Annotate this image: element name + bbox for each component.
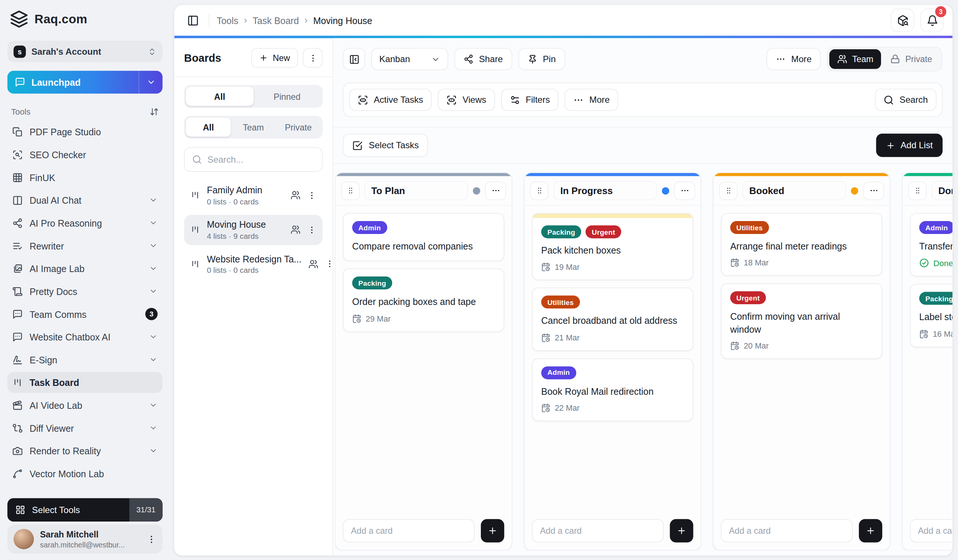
sidebar-item-ai-image-lab[interactable]: AI Image Lab: [7, 258, 163, 279]
tag-urgent: Urgent: [730, 291, 766, 304]
column-accent-bar: [336, 173, 512, 176]
column-title[interactable]: Booked: [742, 181, 846, 200]
boards-panel: Boards New AllPinned AllTeamPrivate: [174, 38, 333, 555]
sidebar-item-ai-pro-reasoning[interactable]: AI Pro Reasoning: [7, 213, 163, 233]
tab-all[interactable]: All: [186, 87, 253, 106]
column-cards: Utilities Arrange final meter readings 1…: [714, 206, 890, 512]
column-drag-handle[interactable]: [341, 181, 360, 200]
column-title[interactable]: Done: [931, 181, 952, 200]
sidebar-item-pretty-docs[interactable]: Pretty Docs: [7, 281, 163, 302]
sidebar-item-finuk[interactable]: FinUK: [7, 167, 163, 188]
add-card-input[interactable]: [532, 519, 663, 543]
column-menu-button[interactable]: [674, 181, 695, 200]
brand-logo[interactable]: Raq.com: [10, 10, 160, 29]
view-mode-select[interactable]: Kanban: [371, 48, 448, 70]
launchpad-dropdown[interactable]: [139, 71, 162, 94]
sidebar-toggle-button[interactable]: [184, 12, 201, 29]
sidebar-item-seo-checker[interactable]: SEO Checker: [7, 144, 163, 165]
launchpad-button[interactable]: Launchpad: [7, 71, 163, 94]
sidebar-item-task-board[interactable]: Task Board: [7, 372, 163, 393]
add-card-input[interactable]: [343, 519, 474, 543]
filter-button-active-tasks[interactable]: Active Tasks: [349, 89, 432, 111]
sidebar-item-label: Task Board: [30, 377, 157, 387]
filter-button-filters[interactable]: Filters: [501, 89, 559, 111]
card-title: Pack kitchen boxes: [541, 244, 684, 257]
breadcrumb-item-moving-house[interactable]: Moving House: [313, 15, 372, 25]
column-drag-handle[interactable]: [908, 181, 926, 200]
kebab-icon[interactable]: [307, 225, 316, 234]
column-drag-handle[interactable]: [530, 181, 549, 200]
sidebar-item-e-sign[interactable]: E-Sign: [7, 349, 163, 370]
column-menu-button[interactable]: [485, 181, 506, 200]
notifications-button[interactable]: 3: [920, 8, 944, 32]
card-body: PackingUrgent Pack kitchen boxes 19 Mar: [533, 218, 693, 280]
card-due-date: 16 Mar: [919, 329, 952, 338]
user-profile-card[interactable]: Sarah Mitchell sarah.mitchell@westbur...: [7, 525, 163, 554]
select-tools-button[interactable]: Select Tools 31/31: [7, 498, 163, 522]
task-card[interactable]: PackingUrgent Pack kitchen boxes 19 Mar: [532, 213, 693, 280]
website-chatbox-ai-icon: [12, 332, 22, 342]
sidebar-item-website-chatbox-ai[interactable]: Website Chatbox AI: [7, 327, 163, 347]
sidebar-item-vector-motion-lab[interactable]: Vector Motion Lab: [7, 463, 163, 484]
column-title[interactable]: To Plan: [365, 181, 468, 200]
column-drag-handle[interactable]: [719, 181, 738, 200]
task-card[interactable]: Admin Compare removal companies: [343, 213, 504, 261]
add-card-input[interactable]: [721, 519, 853, 543]
tab-pinned[interactable]: Pinned: [253, 87, 320, 106]
add-card-input[interactable]: [910, 519, 952, 543]
filter-button-more[interactable]: More: [565, 89, 619, 111]
visibility-private-option[interactable]: Private: [883, 49, 940, 69]
board-item-website-redesign-ta[interactable]: Website Redesign Ta... 0 lists · 0 cards: [184, 249, 323, 279]
task-card[interactable]: Admin Transfer c Done: [910, 213, 952, 276]
task-card[interactable]: Packing Order packing boxes and tape 29 …: [343, 269, 504, 332]
column-menu-button[interactable]: [863, 181, 884, 200]
account-switcher[interactable]: s Sarah's Account: [7, 41, 163, 62]
breadcrumb-item-task-board[interactable]: Task Board: [253, 15, 299, 25]
collapse-panel-button[interactable]: [343, 48, 365, 70]
ai-pro-reasoning-icon: [12, 218, 22, 228]
board-item-family-admin[interactable]: Family Admin 0 lists · 0 cards: [184, 180, 323, 210]
task-card[interactable]: Utilities Arrange final meter readings 1…: [721, 213, 882, 276]
task-card[interactable]: Utilities Cancel broadband at old addres…: [532, 287, 693, 351]
package-search-button[interactable]: [891, 8, 914, 32]
board-search-button[interactable]: Search: [875, 89, 937, 111]
more-options-button[interactable]: More: [766, 48, 821, 70]
filter-button-views[interactable]: Views: [438, 89, 495, 111]
tab-all[interactable]: All: [186, 117, 231, 137]
task-card[interactable]: Packing Label stor 16 Mar: [910, 284, 952, 347]
status-text: Done: [933, 259, 952, 268]
kebab-icon[interactable]: [307, 191, 316, 200]
select-tasks-button[interactable]: Select Tasks: [343, 133, 428, 157]
rewriter-icon: [12, 240, 22, 251]
new-board-button[interactable]: New: [251, 48, 298, 68]
card-body: Admin Compare removal companies: [344, 214, 504, 260]
task-card[interactable]: Urgent Confirm moving van arrival window…: [721, 284, 882, 359]
sidebar-item-label: Render to Reality: [30, 446, 142, 456]
add-list-button[interactable]: Add List: [876, 133, 943, 157]
sidebar-item-pdf-page-studio[interactable]: PDF Page Studio: [7, 121, 163, 142]
add-card-button[interactable]: [859, 519, 882, 543]
visibility-team-option[interactable]: Team: [830, 49, 881, 69]
board-item-moving-house[interactable]: Moving House 4 lists · 9 cards: [184, 215, 323, 245]
sort-icon[interactable]: [150, 107, 159, 116]
task-card[interactable]: Admin Book Royal Mail redirection 22 Mar: [532, 358, 693, 421]
add-card-button[interactable]: [481, 519, 504, 543]
tab-team[interactable]: Team: [231, 117, 276, 137]
share-button[interactable]: Share: [454, 48, 512, 70]
user-menu-button[interactable]: [146, 535, 156, 544]
sidebar-item-dual-ai-chat[interactable]: Dual AI Chat: [7, 190, 163, 211]
add-card-button[interactable]: [670, 519, 693, 543]
boards-search-input[interactable]: [207, 154, 314, 165]
sidebar-item-diff-viewer[interactable]: Diff Viewer: [7, 417, 163, 438]
sidebar-item-team-comms[interactable]: Team Comms 3: [7, 303, 163, 325]
boards-search[interactable]: [184, 147, 323, 172]
pin-button[interactable]: Pin: [518, 48, 565, 70]
sidebar-item-ai-video-lab[interactable]: AI Video Lab: [7, 395, 163, 416]
boards-menu-button[interactable]: [303, 48, 323, 68]
breadcrumb-item-tools[interactable]: Tools: [217, 15, 238, 25]
tab-private[interactable]: Private: [276, 117, 321, 137]
sidebar-item-render-to-reality[interactable]: Render to Reality: [7, 440, 163, 461]
share-icon: [463, 54, 473, 64]
column-title[interactable]: In Progress: [554, 181, 657, 200]
sidebar-item-rewriter[interactable]: Rewriter: [7, 235, 163, 256]
